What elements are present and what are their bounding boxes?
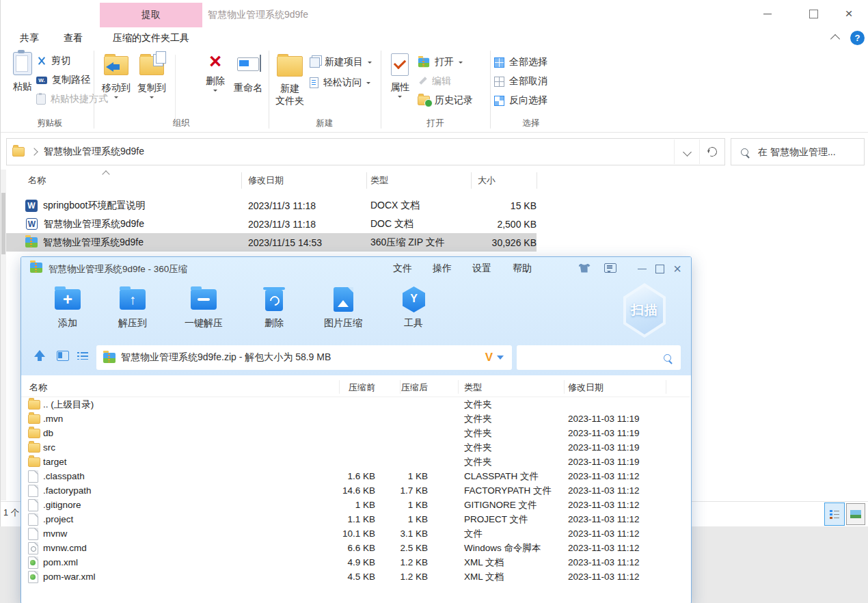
archive-row[interactable]: pom-war.xml 4.5 KB 1.2 KB XML 文档 2023-11… bbox=[21, 570, 690, 584]
address-dropdown-button[interactable] bbox=[674, 139, 699, 164]
move-to-button[interactable]: 移动到 bbox=[100, 53, 133, 98]
breadcrumb[interactable]: 智慧物业管理系统9d9fe bbox=[44, 146, 144, 158]
toolbar-tools-button[interactable]: 工具 bbox=[383, 284, 444, 330]
archive-row[interactable]: target 文件夹 2023-11-03 11:19 bbox=[21, 455, 690, 469]
sort-ascending-icon bbox=[102, 170, 109, 178]
preview-pane-button[interactable] bbox=[57, 351, 69, 361]
list-view-button[interactable] bbox=[77, 351, 88, 360]
zip-column-date[interactable]: 修改日期 bbox=[568, 381, 603, 394]
chevron-down-icon bbox=[150, 96, 154, 98]
tab-view-label: 查看 bbox=[64, 32, 83, 44]
new-item-button[interactable]: 新建项目 bbox=[310, 55, 372, 70]
tab-view[interactable]: 查看 bbox=[54, 29, 92, 48]
search-input[interactable] bbox=[757, 146, 848, 158]
archive-search-input[interactable] bbox=[524, 351, 664, 364]
search-box[interactable] bbox=[731, 138, 865, 165]
file-date: 2023/11/3 11:18 bbox=[248, 200, 316, 211]
toolbar-extract-to-button[interactable]: 解压到 bbox=[102, 284, 163, 330]
refresh-button[interactable] bbox=[699, 139, 724, 164]
edit-button[interactable]: 编辑 bbox=[418, 74, 451, 89]
toolbar-image-compress-button[interactable]: 图片压缩 bbox=[312, 284, 374, 330]
row-date: 2023-11-03 11:12 bbox=[568, 471, 640, 481]
skin-button[interactable] bbox=[578, 262, 591, 274]
archive-row[interactable]: .. (上级目录) 文件夹 bbox=[21, 397, 690, 412]
archive-row[interactable]: mvnw.cmd 6.6 KB 2.5 KB Windows 命令脚本 2023… bbox=[21, 541, 690, 555]
maximize-button[interactable] bbox=[807, 8, 819, 20]
select-none-button[interactable]: 全部取消 bbox=[494, 74, 547, 89]
zip-column-name[interactable]: 名称 bbox=[29, 381, 47, 394]
file-row-selected[interactable]: 智慧物业管理系统9d9fe 2023/11/15 14:53 360压缩 ZIP… bbox=[6, 233, 537, 252]
toolbar-add-button[interactable]: 添加 bbox=[37, 284, 98, 330]
column-header-type[interactable]: 类型 bbox=[370, 174, 388, 187]
easy-access-button[interactable]: 轻松访问 bbox=[310, 75, 370, 90]
scrollbar-thumb[interactable] bbox=[1, 193, 5, 254]
help-button[interactable]: ? bbox=[850, 31, 865, 45]
paste-button[interactable]: 粘贴 bbox=[8, 52, 38, 93]
archive-row[interactable]: .gitignore 1 KB 1 KB GITIGNORE 文件 2023-1… bbox=[21, 498, 690, 512]
invert-selection-button[interactable]: 反向选择 bbox=[494, 93, 547, 108]
toolbar-delete-button[interactable]: 删除 bbox=[243, 284, 305, 330]
select-none-label: 全部取消 bbox=[509, 75, 547, 88]
archive-row[interactable]: .mvn 文件夹 2023-11-03 11:19 bbox=[21, 412, 690, 426]
copy-path-button[interactable]: 复制路径 bbox=[36, 72, 90, 88]
archive-row[interactable]: db 文件夹 2023-11-03 11:19 bbox=[21, 426, 690, 440]
column-header-name[interactable]: 名称 bbox=[28, 174, 46, 187]
path-dropdown-button[interactable] bbox=[493, 356, 508, 360]
menu-help[interactable]: 帮助 bbox=[513, 263, 532, 275]
tab-compressed-folder-tools[interactable]: 压缩的文件夹工具 bbox=[100, 29, 202, 48]
zip-column-before[interactable]: 压缩前 bbox=[307, 381, 375, 394]
tab-share[interactable]: 共享 bbox=[10, 29, 49, 48]
open-button[interactable]: 打开 bbox=[418, 55, 463, 70]
delete-button[interactable]: × 删除 bbox=[199, 52, 232, 92]
archive-row[interactable]: .project 1.1 KB 1 KB PROJECT 文件 2023-11-… bbox=[21, 512, 690, 526]
close-button[interactable]: × bbox=[843, 8, 855, 20]
scrollbar[interactable] bbox=[1, 170, 6, 500]
view-details-button[interactable] bbox=[824, 502, 845, 526]
paste-shortcut-button[interactable]: 粘贴快捷方式 bbox=[36, 92, 108, 107]
feedback-button[interactable] bbox=[604, 262, 616, 274]
file-row[interactable]: springboot环境配置说明 2023/11/3 11:18 DOCX 文档… bbox=[6, 196, 537, 215]
documents-icon bbox=[156, 51, 166, 64]
rename-button[interactable]: 重命名 bbox=[230, 52, 266, 94]
select-all-button[interactable]: 全部选择 bbox=[494, 55, 547, 70]
history-button[interactable]: 历史记录 bbox=[418, 93, 473, 108]
new-item-icon bbox=[310, 57, 320, 68]
menu-actions[interactable]: 操作 bbox=[433, 263, 452, 275]
menu-file[interactable]: 文件 bbox=[393, 263, 412, 275]
zip-column-type[interactable]: 类型 bbox=[464, 381, 482, 394]
toolbar-one-click-extract-button[interactable]: 一键解压 bbox=[173, 284, 234, 330]
properties-button[interactable]: 属性 bbox=[385, 52, 415, 98]
menu-settings[interactable]: 设置 bbox=[472, 263, 491, 275]
search-icon bbox=[664, 354, 671, 362]
file-row[interactable]: 智慧物业管理系统9d9fe 2023/11/3 11:18 DOC 文档 2,5… bbox=[6, 215, 537, 233]
archive-row[interactable]: .factorypath 14.6 KB 1.7 KB FACTORYPATH … bbox=[21, 483, 690, 498]
archive-search-box[interactable] bbox=[517, 345, 681, 370]
cmd-file-icon bbox=[28, 542, 38, 554]
cut-button[interactable]: 剪切 bbox=[36, 53, 70, 68]
up-directory-button[interactable] bbox=[34, 350, 45, 357]
copy-to-button[interactable]: 复制到 bbox=[135, 53, 168, 98]
archive-row[interactable]: pom.xml 4.9 KB 1.2 KB XML 文档 2023-11-03 … bbox=[21, 555, 690, 570]
ribbon-separator bbox=[269, 51, 269, 129]
view-thumbnails-button[interactable] bbox=[846, 503, 865, 525]
zip-minimize-button[interactable] bbox=[636, 263, 648, 275]
paste-clipboard-icon bbox=[13, 52, 32, 75]
address-bar[interactable]: 智慧物业管理系统9d9fe bbox=[6, 138, 725, 165]
archive-row[interactable]: .classpath 1.6 KB 1 KB CLASSPATH 文件 2023… bbox=[21, 469, 690, 483]
zip-close-button[interactable]: × bbox=[671, 263, 683, 275]
folder-icon bbox=[28, 443, 40, 453]
archive-path-bar[interactable]: 智慧物业管理系统9d9fe.zip - 解包大小为 58.9 MB V bbox=[96, 345, 512, 370]
scissors-icon bbox=[36, 56, 46, 66]
column-header-date[interactable]: 修改日期 bbox=[248, 174, 284, 187]
new-folder-button[interactable]: 新建 文件夹 bbox=[273, 53, 307, 107]
zip-window: 智慧物业管理系统9d9fe - 360压缩 文件 操作 设置 帮助 × 添加 解… bbox=[21, 256, 692, 603]
collapse-ribbon-button[interactable] bbox=[832, 36, 839, 42]
archive-row[interactable]: mvnw 10.1 KB 3.1 KB 文件 2023-11-03 11:12 bbox=[21, 526, 690, 541]
zip-maximize-button[interactable] bbox=[653, 263, 666, 275]
archive-row[interactable]: src 文件夹 2023-11-03 11:19 bbox=[21, 440, 690, 455]
easy-access-icon bbox=[310, 77, 318, 88]
column-header-size[interactable]: 大小 bbox=[478, 174, 496, 187]
zip-column-after[interactable]: 压缩后 bbox=[380, 381, 428, 394]
image-compress-label: 图片压缩 bbox=[312, 317, 374, 330]
minimize-button[interactable] bbox=[761, 8, 774, 20]
